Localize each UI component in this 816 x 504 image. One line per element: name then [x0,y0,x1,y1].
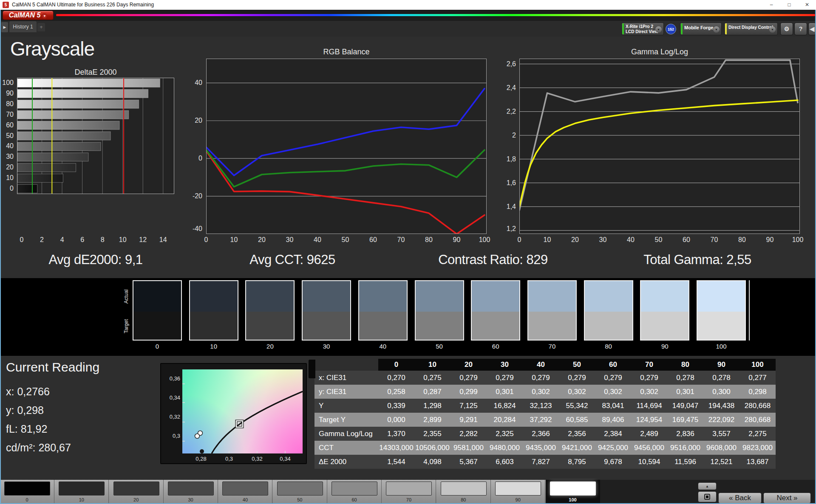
gamma-x-axis: 0102030405060708090100 [519,236,800,245]
swatch-label: 100 [697,343,746,350]
x-tick: 70 [708,236,721,244]
panel-expand-button[interactable]: ▲ [698,482,717,490]
swatch-label: 30 [302,343,351,350]
actual-patch [359,281,407,312]
x-tick: 90 [450,236,463,244]
level-button-30[interactable]: 30 [164,480,218,504]
display-control-dropdown[interactable]: Direct Display Control ▼ [724,23,778,35]
next-label: Next [776,494,791,502]
chevron-left-icon: ◀ [810,25,815,32]
table-value: 0,302 [631,385,667,399]
actual-patch [697,281,745,312]
table-value: 0,000 [378,413,414,427]
table-value: 37,292 [523,413,559,427]
level-label: 70 [382,497,436,502]
level-button-0[interactable]: 0 [0,480,54,504]
y-tick: 2,4 [495,84,516,92]
target-patch [697,312,745,340]
deltae-y-axis: 1009080706050403020100 [0,78,15,194]
table-value: 9823,000 [740,441,776,455]
tab-scroll-button[interactable]: ▶ [1,22,8,32]
gamma-lines [519,59,800,234]
deltae-y-tick: 10 [0,174,14,182]
stat-contrast-ratio: Contrast Ratio: 829 [438,252,548,267]
deltae-x-tick: 8 [96,236,109,244]
settings-button[interactable]: ⚙ [780,23,793,35]
table-col-header: 0 [378,359,414,371]
chevrons-left-icon: « [729,494,733,502]
table-value: 124,954 [631,413,667,427]
table-value: 11,596 [667,455,703,469]
level-button-20[interactable]: 20 [109,480,164,504]
table-value: 89,406 [595,413,631,427]
table-value: 114,694 [631,399,667,413]
level-patch [386,481,432,496]
table-value: 9,678 [595,455,631,469]
level-button-60[interactable]: 60 [327,480,382,504]
table-value: 2,836 [667,427,703,441]
table-value: 0,300 [703,385,740,399]
level-patch [332,481,377,496]
swatch-label: 90 [640,343,689,350]
level-button-50[interactable]: 50 [273,480,327,504]
cie-y-tick: 0,34 [163,394,180,401]
level-button-90[interactable]: 90 [491,480,545,504]
minimize-button[interactable]: – [762,0,780,10]
level-button-10[interactable]: 10 [54,480,109,504]
table-value: 0,299 [450,385,487,399]
table-value: 0,279 [450,371,487,385]
table-value: 0,279 [631,371,667,385]
back-button[interactable]: « Back [718,493,762,504]
level-button-40[interactable]: 40 [218,480,272,504]
level-label: 10 [54,497,108,502]
deltae-y-tick: 60 [0,121,14,129]
tab-history-1[interactable]: History 1 [9,21,37,32]
table-value: 280,668 [740,399,776,413]
maximize-button[interactable]: □ [780,0,798,10]
x-tick: 80 [736,236,748,244]
x-tick: 90 [764,236,776,244]
level-label: 50 [273,497,327,502]
x-tick: 20 [569,236,581,244]
cie-chart-panel: 0,360,340,320,3 0,280,30,320,34 [160,363,307,464]
table-col-header: 80 [667,359,703,371]
x-tick: 80 [422,236,435,244]
table-col-header: 50 [559,359,595,371]
level-button-80[interactable]: 80 [436,480,491,504]
table-value: 7,125 [450,399,487,413]
current-reading-y: y: 0,298 [6,404,44,417]
pattern-icon [704,494,710,500]
x-tick: 100 [791,236,804,244]
table-value: 222,092 [703,413,740,427]
table-row-label: Y [314,399,378,413]
x-tick: 0 [200,236,212,244]
table-value: 9421,000 [559,441,595,455]
swatch-label: 10 [189,343,238,350]
level-button-100[interactable]: 100 [546,480,600,504]
add-tab-button[interactable]: + [37,23,45,31]
table-value: 0,275 [414,371,450,385]
table-value: 7,827 [523,455,559,469]
rgb-y-axis: 40200-20-40 [183,59,204,234]
table-value: 60,585 [559,413,595,427]
level-label: 60 [327,497,381,502]
calman-logo-menu[interactable]: CalMAN 5▼ [3,11,54,20]
pattern-window-button[interactable] [698,491,717,502]
source-label: Mobile Forge [684,25,713,30]
deltae-x-tick: 12 [136,236,149,244]
meter-status-bar [622,23,624,34]
table-row-label: CCT [314,441,378,455]
level-button-70[interactable]: 70 [382,480,436,504]
help-button[interactable]: ? [794,23,807,35]
actual-patch [246,281,294,312]
source-dropdown[interactable]: Mobile Forge ▼ [680,23,722,35]
meter-dropdown[interactable]: X-Rite i1Pro 2 LCD Direct View ▼ [621,23,664,35]
gamma-chart [519,59,800,234]
stat-avg-de2000: Avg dE2000: 9,1 [48,252,142,267]
table-value: 32,123 [523,399,559,413]
x-tick: 60 [367,236,380,244]
target-patch [303,312,350,340]
close-button[interactable]: ✕ [798,0,816,10]
level-patch [550,481,596,496]
next-button[interactable]: Next » [763,493,811,504]
